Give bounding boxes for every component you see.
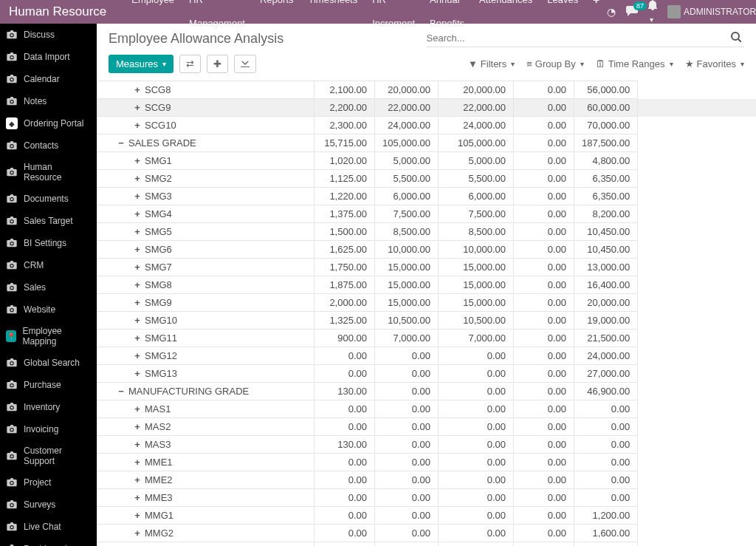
row-label-cell[interactable]: +SMG5 — [97, 223, 315, 241]
cell[interactable]: 0.00 — [315, 365, 375, 383]
cell[interactable]: 5,500.00 — [439, 170, 514, 188]
table-row[interactable]: +MMG30.000.000.000.002,000.00 — [97, 542, 756, 547]
row-label-cell[interactable]: +SCG8 — [97, 81, 315, 99]
table-row[interactable]: +SMG41,375.007,500.007,500.000.008,200.0… — [97, 205, 756, 223]
table-row[interactable]: +MAS20.000.000.000.000.00 — [97, 418, 756, 436]
cell[interactable]: 0.00 — [439, 471, 514, 489]
cell[interactable]: 0.00 — [375, 507, 439, 525]
cell[interactable]: 0.00 — [375, 454, 439, 471]
cell[interactable]: 10,500.00 — [375, 312, 439, 330]
cell[interactable]: 0.00 — [439, 383, 514, 400]
row-label-cell[interactable]: +SMG8 — [97, 276, 315, 294]
sidebar-item[interactable]: CRM — [0, 254, 97, 276]
cell[interactable]: 0.00 — [514, 542, 574, 547]
cell[interactable]: 10,450.00 — [574, 223, 638, 241]
cell[interactable]: 4,800.00 — [574, 152, 638, 170]
cell[interactable]: 130.00 — [315, 383, 375, 400]
cell[interactable]: 1,500.00 — [315, 223, 375, 241]
cell[interactable]: 0.00 — [315, 454, 375, 471]
cell[interactable]: 27,000.00 — [574, 365, 638, 383]
cell[interactable]: 0.00 — [439, 347, 514, 365]
sidebar-item[interactable]: Invoicing — [0, 418, 97, 440]
expand-icon[interactable]: + — [133, 155, 142, 166]
table-row[interactable]: +MME10.000.000.000.000.00 — [97, 454, 756, 471]
cell[interactable]: 1,220.00 — [315, 188, 375, 205]
expand-icon[interactable]: + — [133, 528, 142, 539]
row-label-cell[interactable]: +MAS3 — [97, 436, 315, 454]
sidebar-item[interactable]: Global Search — [0, 352, 97, 374]
chat-icon[interactable]: 87 — [626, 6, 638, 18]
row-label-cell[interactable]: +MAS2 — [97, 418, 315, 436]
expand-icon[interactable]: + — [133, 403, 142, 414]
cell[interactable]: 0.00 — [315, 525, 375, 542]
expand-icon[interactable]: − — [117, 137, 126, 149]
cell[interactable]: 1,325.00 — [315, 312, 375, 330]
row-label-cell[interactable]: +SMG6 — [97, 241, 315, 259]
cell[interactable]: 60,000.00 — [574, 99, 638, 117]
bell-icon[interactable] — [648, 0, 657, 24]
cell[interactable]: 16,400.00 — [574, 276, 638, 294]
row-label-cell[interactable]: +MMG1 — [97, 507, 315, 525]
expand-icon[interactable]: + — [133, 368, 142, 379]
table-row[interactable]: +MAS3130.000.000.000.000.00 — [97, 436, 756, 454]
cell[interactable]: 13,000.00 — [574, 259, 638, 276]
cell[interactable]: 21,500.00 — [574, 330, 638, 347]
expand-icon[interactable]: + — [133, 208, 142, 219]
cell[interactable]: 19,000.00 — [574, 312, 638, 330]
row-label-cell[interactable]: +MME1 — [97, 454, 315, 471]
cell[interactable]: 1,020.00 — [315, 152, 375, 170]
cell[interactable]: 1,875.00 — [315, 276, 375, 294]
cell[interactable]: 0.00 — [514, 471, 574, 489]
expand-icon[interactable]: + — [133, 510, 142, 521]
cell[interactable]: 0.00 — [514, 152, 574, 170]
cell[interactable]: 5,500.00 — [375, 170, 439, 188]
cell[interactable]: 0.00 — [315, 489, 375, 507]
measures-button[interactable]: Measures — [109, 55, 173, 73]
sidebar-item[interactable]: Discuss — [0, 24, 97, 46]
cell[interactable]: 0.00 — [375, 365, 439, 383]
table-row[interactable]: +MAS10.000.000.000.000.00 — [97, 400, 756, 418]
sidebar-item[interactable]: Surveys — [0, 494, 97, 516]
cell[interactable]: 0.00 — [514, 188, 574, 205]
cell[interactable]: 0.00 — [514, 436, 574, 454]
sidebar-item[interactable]: Project — [0, 471, 97, 494]
row-label-cell[interactable]: +SMG12 — [97, 347, 315, 365]
row-label-cell[interactable]: +MMG2 — [97, 525, 315, 542]
cell[interactable]: 10,500.00 — [439, 312, 514, 330]
expand-icon[interactable]: + — [133, 191, 142, 202]
sidebar-item[interactable]: Data Import — [0, 46, 97, 68]
cell[interactable]: 0.00 — [514, 400, 574, 418]
row-label-cell[interactable]: +SMG3 — [97, 188, 315, 205]
table-row[interactable]: +SCG102,300.0024,000.0024,000.000.0070,0… — [97, 117, 756, 134]
cell[interactable]: 0.00 — [439, 365, 514, 383]
sidebar-item[interactable]: Inventory — [0, 396, 97, 418]
cell[interactable]: 0.00 — [514, 276, 574, 294]
cell[interactable]: 900.00 — [315, 330, 375, 347]
cell[interactable]: 0.00 — [514, 259, 574, 276]
row-label-cell[interactable]: +SMG10 — [97, 312, 315, 330]
search-input[interactable] — [427, 30, 729, 47]
cell[interactable]: 6,350.00 — [574, 170, 638, 188]
cell[interactable]: 0.00 — [439, 418, 514, 436]
cell[interactable]: 0.00 — [315, 471, 375, 489]
cell[interactable]: 0.00 — [375, 347, 439, 365]
expand-icon[interactable]: + — [133, 332, 142, 344]
expand-icon[interactable]: + — [133, 279, 142, 290]
cell[interactable]: 1,600.00 — [574, 525, 638, 542]
cell[interactable]: 0.00 — [574, 418, 638, 436]
search-icon[interactable] — [728, 32, 744, 44]
cell[interactable]: 0.00 — [439, 525, 514, 542]
expand-icon[interactable]: + — [133, 297, 142, 308]
expand-icon[interactable]: + — [133, 84, 142, 95]
user-menu[interactable]: ADMINISTRATOR — [667, 5, 756, 18]
sidebar-item[interactable]: BI Settings — [0, 232, 97, 254]
row-label-cell[interactable]: +MME2 — [97, 471, 315, 489]
timeranges-button[interactable]: 🗓 Time Ranges — [596, 58, 673, 69]
table-row[interactable]: +SMG21,125.005,500.005,500.000.006,350.0… — [97, 170, 756, 188]
cell[interactable]: 22,000.00 — [439, 99, 514, 117]
expand-icon[interactable]: + — [133, 439, 142, 450]
cell[interactable]: 0.00 — [375, 489, 439, 507]
filters-button[interactable]: ▼ Filters — [468, 58, 515, 69]
cell[interactable]: 0.00 — [315, 418, 375, 436]
cell[interactable]: 6,000.00 — [439, 188, 514, 205]
